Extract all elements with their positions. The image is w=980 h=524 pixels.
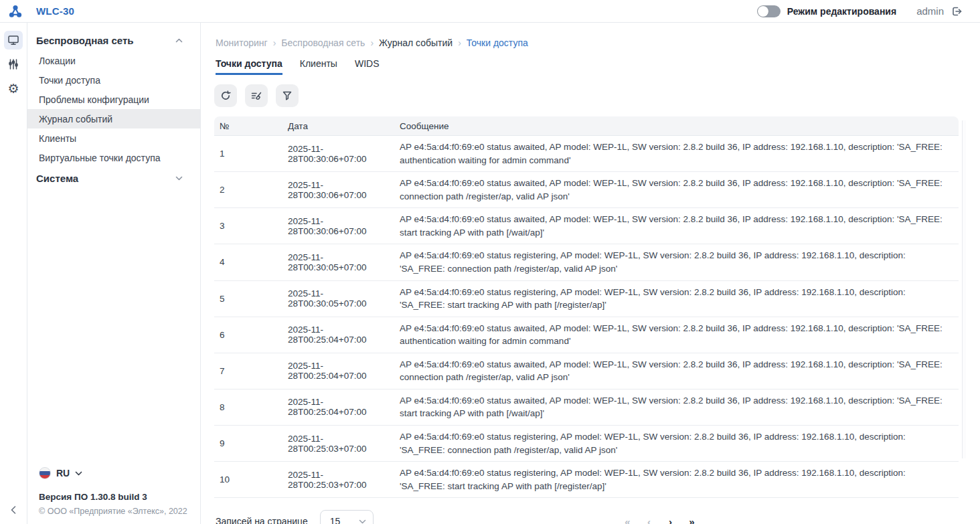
- cell-message: AP e4:5a:d4:f0:69:e0 status awaited, AP …: [400, 353, 959, 389]
- breadcrumb: Мониторинг › Беспроводная сеть › Журнал …: [216, 37, 980, 48]
- column-header-message: Сообщение: [400, 121, 959, 131]
- broom-lines-icon: [250, 90, 263, 102]
- cell-number: 6: [214, 330, 288, 340]
- cell-number: 9: [214, 438, 288, 448]
- cell-date: 2025-11-28T00:25:03+07:00: [288, 434, 400, 454]
- breadcrumb-monitoring[interactable]: Мониторинг: [216, 37, 268, 48]
- collapse-sidebar-icon[interactable]: [0, 505, 27, 515]
- first-page-button[interactable]: «: [621, 516, 634, 524]
- sidebar-item-label: Точки доступа: [39, 75, 100, 86]
- edit-mode-label: Режим редактирования: [787, 6, 896, 17]
- page-size-value: 15: [330, 516, 359, 524]
- table-row: 7 2025-11-28T00:25:04+07:00 AP e4:5a:d4:…: [214, 353, 959, 389]
- copyright: © ООО «Предприятие «Элтекс», 2022: [39, 507, 193, 516]
- cell-date: 2025-11-28T00:25:04+07:00: [288, 325, 400, 345]
- breadcrumb-access-points[interactable]: Точки доступа: [467, 37, 528, 48]
- cell-message: AP e4:5a:d4:f0:69:e0 status awaited, AP …: [400, 389, 959, 425]
- sidebar-item-label: Виртуальные точки доступа: [39, 153, 161, 163]
- username: admin: [916, 5, 944, 17]
- pagination-bar: Записей на странице 15 « ‹ › »: [201, 510, 980, 524]
- cell-date: 2025-11-28T00:30:05+07:00: [288, 252, 400, 272]
- tab-access-points[interactable]: Точки доступа: [216, 58, 282, 75]
- edit-mode-toggle[interactable]: [757, 5, 781, 17]
- cell-date: 2025-11-28T00:30:06+07:00: [288, 144, 400, 164]
- cell-date: 2025-11-28T00:30:06+07:00: [288, 216, 400, 236]
- chevron-down-icon: [75, 471, 82, 476]
- top-header: WLC-30 Режим редактирования admin: [0, 0, 980, 23]
- event-log-table: № Дата Сообщение 1 2025-11-28T00:30:06+0…: [214, 116, 959, 498]
- pager-controls: « ‹ › »: [621, 510, 698, 524]
- eltex-logo-icon: [9, 5, 22, 18]
- prev-page-button[interactable]: ‹: [643, 516, 655, 524]
- wlc-app-window: WLC-30 Режим редактирования admin: [0, 0, 980, 524]
- last-page-button[interactable]: »: [685, 516, 698, 524]
- cell-date: 2025-11-28T00:30:06+07:00: [288, 180, 400, 200]
- breadcrumb-separator: ›: [458, 37, 461, 48]
- cell-date: 2025-11-28T00:25:03+07:00: [288, 470, 400, 490]
- cell-message: AP e4:5a:d4:f0:69:e0 status registering,…: [400, 426, 959, 461]
- sidebar-item-clients[interactable]: Клиенты: [27, 128, 200, 148]
- cell-date: 2025-11-28T00:30:05+07:00: [288, 288, 400, 309]
- cell-message: AP e4:5a:d4:f0:69:e0 status awaited, AP …: [400, 317, 959, 353]
- cell-message: AP e4:5a:d4:f0:69:e0 status registering,…: [400, 244, 959, 280]
- toggle-knob: [758, 6, 768, 17]
- clear-filters-button[interactable]: [245, 84, 268, 107]
- chevron-down-icon: [175, 176, 183, 181]
- table-row: 1 2025-11-28T00:30:06+07:00 AP e4:5a:d4:…: [214, 136, 959, 172]
- monitoring-icon[interactable]: [4, 31, 23, 50]
- sidebar-item-label: Журнал событий: [39, 114, 112, 124]
- table-row: 2 2025-11-28T00:30:06+07:00 AP e4:5a:d4:…: [214, 172, 959, 208]
- breadcrumb-wireless[interactable]: Беспроводная сеть: [281, 37, 365, 48]
- column-header-number: №: [214, 121, 288, 131]
- gear-icon[interactable]: ⚙: [4, 79, 23, 98]
- tab-bar: Точки доступа Клиенты WIDS: [216, 58, 980, 75]
- cell-message: AP e4:5a:d4:f0:69:e0 status registering,…: [400, 462, 959, 497]
- sidebar-section-label: Беспроводная сеть: [36, 35, 134, 46]
- chevron-up-icon: [175, 38, 183, 43]
- sidebar-bottom: RU Версия ПО 1.30.8 build 3 © ООО «Предп…: [39, 467, 193, 516]
- table-scrollbar[interactable]: [962, 120, 966, 458]
- cell-message: AP e4:5a:d4:f0:69:e0 status awaited, AP …: [400, 136, 959, 171]
- sidebar-item-event-log[interactable]: Журнал событий: [27, 109, 200, 128]
- tab-wids[interactable]: WIDS: [355, 58, 380, 75]
- table-row: 6 2025-11-28T00:25:04+07:00 AP e4:5a:d4:…: [214, 317, 959, 353]
- russian-flag-icon: [39, 467, 51, 479]
- table-header-row: № Дата Сообщение: [214, 116, 959, 136]
- sidebar-item-locations[interactable]: Локации: [27, 51, 200, 70]
- breadcrumb-event-log[interactable]: Журнал событий: [379, 37, 453, 48]
- cell-date: 2025-11-28T00:25:04+07:00: [288, 397, 400, 417]
- language-selector[interactable]: RU: [39, 467, 193, 479]
- breadcrumb-separator: ›: [273, 37, 276, 48]
- cell-date: 2025-11-28T00:25:04+07:00: [288, 361, 400, 381]
- next-page-button[interactable]: ›: [664, 516, 677, 524]
- sidebar-nav: Беспроводная сеть Локации Точки доступа …: [27, 23, 200, 189]
- tab-clients[interactable]: Клиенты: [300, 58, 337, 75]
- cell-number: 2: [214, 185, 288, 195]
- sidebar-item-virtual-aps[interactable]: Виртуальные точки доступа: [27, 148, 200, 167]
- refresh-button[interactable]: [214, 84, 237, 107]
- settings-sliders-icon[interactable]: [4, 55, 23, 74]
- table-toolbar: [214, 84, 980, 107]
- sidebar-item-label: Локации: [39, 56, 76, 66]
- sidebar-item-access-points[interactable]: Точки доступа: [27, 70, 200, 90]
- icon-rail: ⚙: [0, 23, 27, 524]
- cell-number: 3: [214, 221, 288, 231]
- page-size-label: Записей на странице: [216, 516, 308, 524]
- header-right-group: Режим редактирования admin: [757, 5, 980, 18]
- sidebar-section-wireless[interactable]: Беспроводная сеть: [27, 29, 200, 51]
- filter-button[interactable]: [276, 84, 299, 107]
- table-row: 5 2025-11-28T00:30:05+07:00 AP e4:5a:d4:…: [214, 281, 959, 317]
- sidebar-item-config-problems[interactable]: Проблемы конфигурации: [27, 90, 200, 109]
- cell-number: 10: [214, 474, 288, 485]
- sidebar-section-system[interactable]: Система: [27, 167, 200, 189]
- table-row: 9 2025-11-28T00:25:03+07:00 AP e4:5a:d4:…: [214, 426, 959, 462]
- table-row: 3 2025-11-28T00:30:06+07:00 AP e4:5a:d4:…: [214, 208, 959, 244]
- breadcrumb-separator: ›: [370, 37, 374, 48]
- cell-message: AP e4:5a:d4:f0:69:e0 status awaited, AP …: [400, 172, 959, 207]
- cell-message: AP e4:5a:d4:f0:69:e0 status awaited, AP …: [400, 208, 959, 244]
- page-size-select[interactable]: 15: [320, 510, 374, 524]
- software-version: Версия ПО 1.30.8 build 3: [39, 492, 193, 502]
- refresh-icon: [220, 90, 232, 102]
- logout-icon[interactable]: [950, 5, 963, 18]
- app-title: WLC-30: [36, 5, 74, 17]
